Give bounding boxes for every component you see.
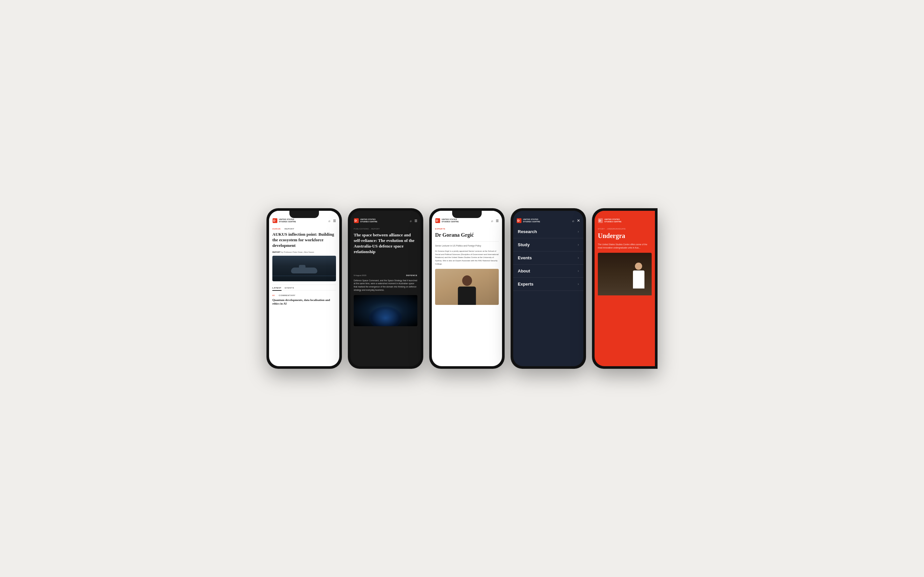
logo-3: D UNITED STATES STUDIES CENTRE [435, 218, 459, 223]
logo-text-2: UNITED STATES STUDIES CENTRE [360, 218, 377, 222]
phone-1-article-image [272, 256, 336, 281]
tab-latest[interactable]: LATEST [272, 287, 281, 291]
menu-label-study: Study [518, 242, 530, 247]
phone-2-screen: D UNITED STATES STUDIES CENTRE ⌕ ☰ PUBLI… [351, 211, 421, 366]
experts-tag: EXPERTS [435, 228, 499, 230]
logo-1: D UNITED STATES STUDIES CENTRE [272, 218, 296, 223]
menu-label-research: Research [518, 229, 537, 234]
phone-5-title: Undergra [598, 232, 652, 240]
breadcrumb-arrow: › [370, 228, 370, 230]
logo-4: D UNITED STATES STUDIES CENTRE [517, 218, 540, 223]
close-icon-4[interactable]: ✕ [577, 218, 580, 223]
logo-text-5: UNITED STATES STUDIES CENTRE [604, 218, 622, 222]
search-icon-4[interactable]: ⌕ [572, 219, 574, 222]
phone-4-screen: D UNITED STATES STUDIES CENTRE ⌕ ✕ Resea… [513, 211, 583, 366]
phone-2-meta: 9 August 2023 DEFENCE [354, 274, 417, 276]
tag-row-1: AUKUS REPORT [272, 228, 336, 230]
phone-3-screen: D UNITED STATES STUDIES CENTRE ⌕ ☰ EXPER… [432, 211, 502, 366]
nav-icons-3: ⌕ ☰ [491, 219, 499, 222]
arrow-study: › [578, 243, 579, 247]
tag-ai: AI [272, 294, 275, 297]
phone-2: D UNITED STATES STUDIES CENTRE ⌕ ☰ PUBLI… [348, 208, 423, 369]
logo-icon-3: D [435, 218, 440, 223]
phone-1-content: AUKUS REPORT AUKUS inflection point: Bui… [269, 225, 339, 311]
phone-1: D UNITED STATES STUDIES CENTRE ⌕ ☰ AUKUS [267, 208, 342, 369]
expert-role: Senior Lecturer in US Politics and Forei… [435, 241, 499, 247]
person-silhouette [456, 272, 478, 305]
breadcrumb-study: STUDY [598, 228, 605, 230]
earth-glow [369, 306, 402, 326]
water-line [272, 276, 336, 276]
search-icon-2[interactable]: ⌕ [410, 219, 412, 222]
phone-2-breadcrumb: PUBLICATIONS › REPORT [354, 228, 417, 230]
submarine-graphic [291, 268, 317, 273]
nav-icons-1: ⌕ ☰ [328, 219, 336, 222]
phone-2-category: DEFENCE [406, 274, 417, 276]
phone-3: D UNITED STATES STUDIES CENTRE ⌕ ☰ EXPER… [429, 208, 505, 369]
arrow-about: › [578, 269, 579, 273]
menu-item-study[interactable]: Study › [513, 239, 583, 251]
logo-text-1: UNITED STATES STUDIES CENTRE [279, 218, 296, 222]
menu-icon-1[interactable]: ☰ [333, 219, 336, 222]
phone-2-article-title: The space between alliance and self-reli… [354, 232, 417, 255]
menu-item-events[interactable]: Events › [513, 251, 583, 264]
phone-1-byline: REPORT by Professor Peter Dean, Alice Na… [272, 251, 336, 253]
breadcrumb-report: REPORT [372, 228, 380, 230]
notch-2 [371, 211, 400, 218]
phone-5-breadcrumb: STUDY › UNDERGRADUATE [598, 228, 652, 230]
svg-text:D: D [354, 219, 357, 222]
notch-5 [610, 211, 640, 218]
svg-text:D: D [599, 219, 601, 222]
phones-container: D UNITED STATES STUDIES CENTRE ⌕ ☰ AUKUS [267, 208, 657, 369]
breadcrumb-publications: PUBLICATIONS [354, 228, 369, 230]
tag-commentary: COMMENTARY [279, 294, 296, 297]
person-body [458, 287, 476, 305]
menu-item-about[interactable]: About › [513, 264, 583, 278]
logo-2: D UNITED STATES STUDIES CENTRE [354, 218, 377, 223]
search-icon-1[interactable]: ⌕ [328, 219, 330, 222]
phone-4: D UNITED STATES STUDIES CENTRE ⌕ ✕ Resea… [510, 208, 586, 369]
expert-photo [435, 269, 499, 305]
breadcrumb-sep: › [606, 228, 606, 230]
menu-label-experts: Experts [518, 282, 533, 287]
phone-2-content: PUBLICATIONS › REPORT The space between … [351, 225, 421, 364]
phone-1-screen: D UNITED STATES STUDIES CENTRE ⌕ ☰ AUKUS [269, 211, 339, 366]
phone-2-date: 9 August 2023 [354, 274, 366, 276]
phone-2-excerpt: Defence Space Command, and the Space Str… [354, 279, 417, 292]
svg-text:D: D [436, 219, 438, 222]
menu-label-about: About [518, 269, 530, 273]
menu-icon-2[interactable]: ☰ [414, 219, 417, 222]
notch-3 [452, 211, 482, 218]
nav-icons-2: ⌕ ☰ [410, 219, 417, 222]
notch-1 [289, 211, 319, 218]
breadcrumb-undergraduate: UNDERGRADUATE [607, 228, 626, 230]
person-head [462, 276, 472, 286]
divider-1 [272, 285, 336, 285]
phone-5-description: The United States Studies Centre offers … [598, 243, 652, 250]
tag-report: REPORT [284, 228, 294, 230]
phone-2-footer: This article appeared on miahhe.com on 2… [351, 364, 421, 366]
menu-icon-3[interactable]: ☰ [496, 219, 499, 222]
tag-row-2: AI COMMENTARY [272, 294, 336, 297]
search-icon-3[interactable]: ⌕ [491, 219, 493, 222]
student-body [633, 271, 645, 288]
phone-3-content: EXPERTS Dr Gorana Grgić Senior Lecturer … [432, 225, 502, 308]
phone-2-image [354, 295, 417, 326]
notch-4 [533, 211, 563, 218]
expert-name: Dr Gorana Grgić [435, 232, 499, 238]
tab-events[interactable]: EVENTS [285, 287, 294, 289]
tag-aukus: AUKUS [272, 228, 281, 230]
arrow-events: › [578, 256, 579, 259]
logo-icon-4: D [517, 218, 522, 223]
phone-5-image [598, 253, 652, 295]
menu-item-experts[interactable]: Experts › [513, 278, 583, 291]
logo-text-3: UNITED STATES STUDIES CENTRE [442, 218, 459, 222]
phone-1-article-title: AUKUS inflection point: Building the eco… [272, 232, 336, 248]
menu-label-events: Events [518, 255, 532, 260]
logo-icon-1: D [272, 218, 278, 223]
menu-item-research[interactable]: Research › [513, 225, 583, 239]
student-figure [629, 259, 648, 295]
logo-text-4: UNITED STATES STUDIES CENTRE [523, 218, 540, 222]
arrow-research: › [578, 230, 579, 234]
student-head [635, 263, 642, 270]
